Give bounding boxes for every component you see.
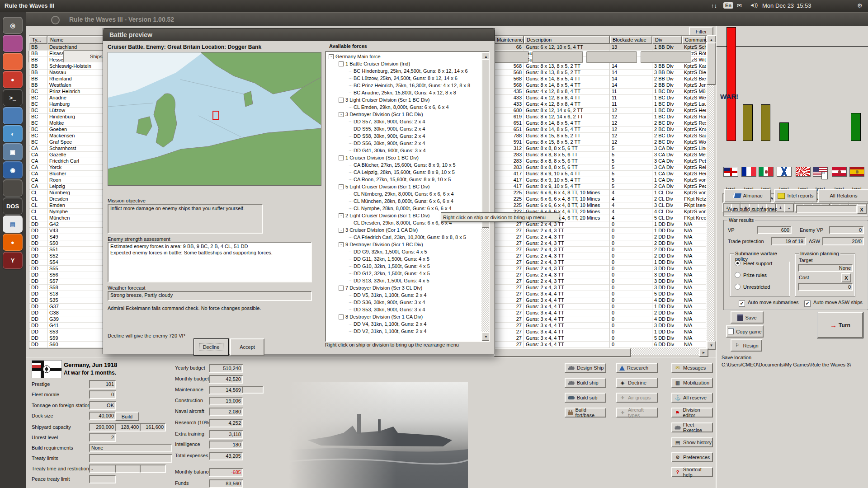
auto-move-submarines-checkbox[interactable]: ✔Auto move submarines (739, 300, 799, 307)
detail-row[interactable]: 27Guns: 3 x 4, 4 TT04 DD DivN/A (494, 297, 706, 304)
tree-collapse-icon[interactable]: - (339, 286, 344, 291)
fleet-row-gazelle[interactable]: CAGazelle (29, 152, 106, 158)
fleet-row-s57[interactable]: DDS57 (29, 278, 106, 285)
detail-row[interactable]: 27Guns: 2 x 4, 3 TT02 DD DivN/A (494, 247, 706, 253)
detail-row[interactable]: 619Guns: 8 x 12, 14 x 6, 2 TT121 BC DivK… (494, 114, 706, 120)
tree-vscrollbar[interactable]: ▲ ▼ (481, 52, 489, 339)
fleet-row-s58[interactable]: DDS58 (29, 285, 106, 291)
detail-row[interactable]: 27Guns: 2 x 4, 3 TT03 DD DivN/A (494, 272, 706, 278)
save-button[interactable]: Save (731, 311, 764, 324)
doctrine-button[interactable]: ◈Doctrine (616, 378, 658, 388)
detail-table-vscrollbar[interactable]: ▲ ▼ (707, 35, 714, 348)
fleet-row-s53[interactable]: DDS53 (29, 329, 106, 335)
detail-header-maintenance[interactable]: Maintenance (494, 36, 524, 44)
fleet-row-s56[interactable]: DDS56 (29, 272, 106, 278)
detail-row[interactable]: 27Guns: 3 x 4, 4 TT06 DD DivN/A (494, 342, 706, 348)
tab-stub[interactable] (532, 51, 583, 63)
tree-item[interactable]: ···CL Dresden, 29kn, 8,000t, Guns: 6 x 6… (349, 219, 452, 226)
fleet-row-roon[interactable]: CARoon (29, 177, 106, 183)
fleet-row-s54[interactable]: DDS54 (29, 259, 106, 266)
research-button[interactable]: Research (616, 363, 658, 373)
launcher-icon-text-editor[interactable]: ▤ (3, 216, 23, 233)
fleet-row-g42[interactable]: DDG42 (29, 221, 106, 228)
detail-row[interactable]: 27Guns: 3 x 4, 4 TT05 DD DivN/A (494, 335, 706, 342)
hscroll-thumb[interactable] (494, 348, 631, 357)
tree-collapse-icon[interactable]: - (329, 54, 334, 59)
detail-row[interactable]: 283Guns: 8 x 8, 8 x 5, 6 TT53 CA DivKptz… (494, 158, 706, 164)
detail-row[interactable]: 225Guns: 6 x 6, 6 x 4, 8 TT, 10 Mines41 … (494, 190, 706, 196)
detail-row[interactable]: 651Guns: 8 x 14, 8 x 5, 4 TT122 BC DivKp… (494, 120, 706, 127)
tree-item[interactable]: ···BC Hindenburg, 25kn, 24,500t, Guns: 8… (349, 67, 468, 75)
fleet-row-s35[interactable]: DDS35 (29, 297, 106, 304)
tree-item[interactable]: ···DD G10, 32kn, 1,500t, Guns: 4 x 5 (349, 263, 430, 270)
detail-row[interactable]: 568Guns: 8 x 14, 8 x 5, 4 TT142 BB DivKp… (494, 76, 706, 82)
detail-row[interactable]: 27Guns: 3 x 4, 4 TT05 DD DivN/A (494, 291, 706, 297)
tree-collapse-icon[interactable]: - (339, 213, 344, 218)
fleet-row-rheinland[interactable]: BBRheinland (29, 76, 106, 82)
launcher-icon-terminal[interactable]: >_ (3, 89, 23, 106)
tree-item[interactable]: ···DD S57, 30kn, 900t, Guns: 2 x 4 (349, 118, 425, 125)
detail-row[interactable]: 417Guns: 8 x 9, 10 x 5, 4 TT51 CA DivKpt… (494, 171, 706, 177)
flag-japan[interactable] (796, 167, 811, 177)
tree-collapse-icon[interactable]: - (339, 184, 344, 189)
messages-button[interactable]: ✉Messages (671, 363, 713, 373)
detail-row[interactable]: 27Guns: 3 x 4, 4 TT01 DD DivN/A (494, 329, 706, 335)
fleet-row-emden[interactable]: CLEmden (29, 202, 106, 209)
tree-item[interactable]: ···DD S56, 30kn, 900t, Guns: 2 x 4 (349, 140, 425, 147)
all-relations-button[interactable]: All Relations (818, 189, 868, 202)
session-menu-icon[interactable]: ⚙ (857, 2, 863, 9)
tree-item[interactable]: ···CL München, 28kn, 8,000t, Guns: 6 x 6… (349, 197, 453, 205)
launcher-icon-passwords-keys[interactable]: ◉ (3, 161, 23, 178)
launcher-icon-boxes[interactable]: ▣ (3, 143, 23, 160)
tree-item[interactable]: ···DD V4, 31kn, 1,100t, Guns: 2 x 4 (349, 320, 426, 328)
invasion-clear-button[interactable]: X (841, 273, 851, 282)
tree-item[interactable]: ···CA Roon, 27kn, 15,600t, Guns: 8 x 9, … (349, 176, 451, 183)
fleet-row-nassau[interactable]: BBNassau (29, 70, 106, 76)
tree-collapse-icon[interactable]: - (339, 155, 344, 160)
show-history-button[interactable]: ▤Show history (671, 437, 713, 447)
tree-collapse-icon[interactable]: - (339, 242, 344, 247)
tree-item[interactable]: ···BC Prinz Heinrich, 25kn, 16,300t, Gun… (349, 82, 470, 89)
scroll-right-icon[interactable]: ► (699, 348, 708, 357)
tree-item[interactable]: ···CL Emden, 29kn, 8,000t, Guns: 6 x 6, … (349, 103, 449, 111)
detail-row[interactable]: 27Guns: 2 x 4, 3 TT01 DD DivN/A (494, 259, 706, 266)
tree-collapse-icon[interactable]: - (339, 314, 344, 319)
tree-item[interactable]: ···DD S36, 30kn, 900t, Guns: 3 x 4 (349, 299, 425, 306)
clock-time[interactable]: 15:53 (797, 2, 811, 9)
mail-indicator-icon[interactable]: ✉ (737, 2, 742, 9)
detail-row[interactable]: 27Guns: 2 x 4, 3 TT02 DD DivN/A (494, 234, 706, 240)
tree-item[interactable]: ···DD S13, 32kn, 1,500t, Guns: 4 x 5 (349, 277, 429, 284)
tree-item[interactable]: ···DD G9, 32kn, 1,500t, Guns: 4 x 5 (349, 248, 427, 255)
tree-item[interactable]: -3 Cruiser Division (Cor 1 CA Div) (339, 226, 418, 234)
tree-item[interactable]: -9 Destroyer Division (Scr 1 BC Div) (339, 241, 423, 248)
fleet-row-lützow[interactable]: BCLützow (29, 108, 106, 114)
fleet-row-g41[interactable]: DDG41 (29, 323, 106, 329)
tree-collapse-icon[interactable]: - (339, 61, 344, 66)
detail-row[interactable]: 27Guns: 3 x 4, 4 TT03 DD DivN/A (494, 323, 706, 329)
tree-item[interactable]: -1 Cruiser Division (Sco 1 BC Div) (339, 154, 419, 161)
fleet-row-g37[interactable]: DDG37 (29, 304, 106, 310)
detail-row[interactable]: 27Guns: 2 x 4, 3 TT03 DD DivN/A (494, 266, 706, 272)
tree-item[interactable]: -8 Destroyer Division (Scr 1 CA Div) (339, 313, 423, 320)
auto-move-asw-checkbox[interactable]: ✔Auto move ASW ships (804, 300, 863, 307)
fleet-row-friedrich-carl[interactable]: CAFriedrich Carl (29, 158, 106, 164)
detail-row[interactable]: 66Guns: 6 x 12, 10 x 5, 4 TT131 BB DivKp… (494, 44, 706, 51)
fleet-row-mackensen[interactable]: BCMackensen (29, 133, 106, 139)
detail-row[interactable]: 27Guns: 3 x 4, 4 TT02 DD DivN/A (494, 310, 706, 316)
fleet-exercise-button[interactable]: Fleet Exercise (671, 422, 713, 432)
checkbox-checked-icon[interactable]: ✔ (739, 300, 745, 307)
tree-collapse-icon[interactable]: - (339, 228, 344, 233)
tree-collapse-icon[interactable]: - (339, 112, 344, 117)
fleet-row-westfalen[interactable]: BBWestfalen (29, 82, 106, 89)
tree-item[interactable]: -3 Light Cruiser Division (Scr 1 BC Div) (339, 96, 429, 103)
mobilization-button[interactable]: ▦Mobilization (671, 378, 713, 388)
fleet-row-prinz-heinrich[interactable]: BCPrinz Heinrich (29, 89, 106, 95)
tab-stub[interactable] (586, 51, 637, 63)
tree-item[interactable]: ···DD S53, 30kn, 900t, Guns: 3 x 4 (349, 306, 425, 313)
shortcut-help-button[interactable]: ?Shortcut help (671, 467, 713, 477)
division-editor-button[interactable]: ⚑Division editor (671, 408, 713, 418)
detail-row[interactable]: 591Guns: 8 x 15, 8 x 5, 2 TT122 BC DivKp… (494, 139, 706, 145)
fleet-row-s59[interactable]: DDS59 (29, 335, 106, 342)
detail-header-commander[interactable]: Commander (682, 36, 706, 44)
tree-item[interactable]: ···DD G41, 30kn, 900t, Guns: 3 x 4 (349, 147, 426, 154)
